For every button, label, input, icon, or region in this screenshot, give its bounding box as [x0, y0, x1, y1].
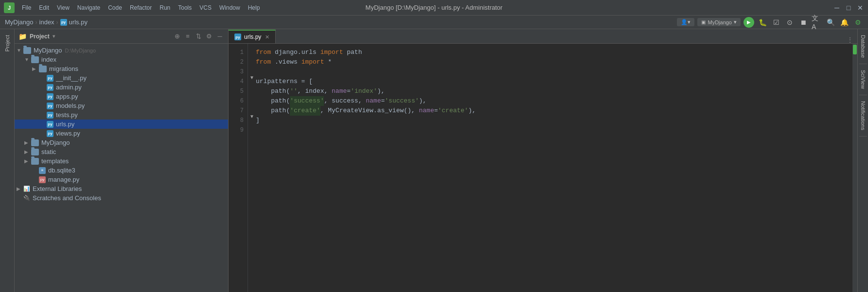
close-button[interactable]: ✕ [856, 4, 864, 12]
tab-file-icon: py [234, 34, 241, 40]
code-line-3 [256, 67, 849, 77]
tree-label: migrations [49, 65, 78, 72]
sidebar: 📁 Project ▾ ⊕ ≡ ⇅ ⚙ ─ ▼ MyDjango D:\MyDj… [15, 29, 229, 292]
folder-icon [31, 56, 39, 63]
profile-button[interactable]: ⊙ [784, 17, 795, 28]
tree-label: External Libraries [33, 185, 82, 192]
tree-item-scratches[interactable]: 🔌 Scratches and Consoles [15, 193, 228, 203]
breadcrumb-folder[interactable]: index [39, 18, 54, 26]
updates-button[interactable]: 🔔 [839, 17, 850, 28]
keyword: from [256, 57, 271, 67]
tree-item-urls-py[interactable]: py urls.py [15, 120, 228, 129]
tab-urls-py[interactable]: py urls.py ✕ [229, 30, 276, 43]
search-button[interactable]: 🔍 [825, 17, 836, 28]
settings-icon[interactable]: ⚙ [205, 32, 213, 41]
toolbar-right: 👤▾ ▣ MyDjango ▾ ▶ 🐛 ☑ ⊙ ⏹ 文A 🔍 🔔 ⚙ [677, 17, 863, 28]
breadcrumb-bar: MyDjango › index › py urls.py 👤▾ ▣ MyDja… [0, 16, 868, 29]
str-highlight: 'create' [290, 106, 320, 116]
tree-item-db-sqlite3[interactable]: ≡ db.sqlite3 [15, 166, 228, 175]
menu-edit[interactable]: Edit [35, 3, 53, 13]
maximize-button[interactable]: □ [845, 4, 852, 12]
code-content[interactable]: from django.urls import path from .views… [256, 44, 852, 292]
py-file-icon: py [47, 121, 53, 128]
collapse-all-button[interactable]: ≡ [183, 32, 192, 41]
py-file-icon: py [47, 130, 53, 137]
tree-arrow: ▶ [24, 140, 31, 145]
menu-vcs[interactable]: VCS [196, 3, 215, 13]
tree-item-manage-py[interactable]: py manage.py [15, 175, 228, 184]
tree-item-static[interactable]: ▶ static [15, 147, 228, 156]
code-line-6: path('success', success, name='success')… [256, 96, 849, 106]
menu-code[interactable]: Code [105, 3, 125, 13]
tree-item-mydjango-sub[interactable]: ▶ MyDjango [15, 138, 228, 147]
settings-button[interactable]: ⚙ [852, 17, 863, 28]
breadcrumb-sep-1: › [35, 19, 37, 26]
locate-file-button[interactable]: ⊕ [173, 32, 181, 41]
tree-label: __init__.py [56, 74, 87, 82]
menu-navigate[interactable]: Navigate [74, 3, 104, 13]
sort-button[interactable]: ⇅ [194, 32, 203, 41]
menu-refactor[interactable]: Refactor [126, 3, 155, 13]
tree-label: urls.py [56, 120, 74, 128]
run-config-selector[interactable]: ▣ MyDjango ▾ [697, 18, 741, 26]
menu-file[interactable]: File [18, 3, 35, 13]
menu-run[interactable]: Run [156, 3, 174, 13]
tree-item-tests-py[interactable]: py tests.py [15, 110, 228, 120]
breadcrumb-filename[interactable]: urls.py [69, 18, 88, 26]
project-panel-label[interactable]: Project [4, 35, 10, 52]
menu-window[interactable]: Window [216, 3, 244, 13]
sciview-panel-label[interactable]: SciView [859, 64, 867, 95]
tree-item-models-py[interactable]: py models.py [15, 101, 228, 110]
tree-arrow: ▶ [24, 158, 31, 164]
tree-item-views-py[interactable]: py views.py [15, 129, 228, 138]
debug-button[interactable]: 🐛 [757, 17, 768, 28]
user-button[interactable]: 👤▾ [677, 18, 694, 26]
tree-item-apps-py[interactable]: py apps.py [15, 92, 228, 101]
tab-options-button[interactable]: ⋮ [843, 36, 857, 43]
tree-item-admin-py[interactable]: py admin.py [15, 83, 228, 92]
tree-item-mydjango-root[interactable]: ▼ MyDjango D:\MyDjango [15, 46, 228, 55]
fold-marker-7 [248, 102, 256, 112]
menu-view[interactable]: View [53, 3, 73, 13]
menu-help[interactable]: Help [245, 3, 264, 13]
tree-item-init-py[interactable]: py __init__.py [15, 73, 228, 83]
tree-arrow: ▶ [17, 186, 23, 191]
tree-item-templates[interactable]: ▶ templates [15, 156, 228, 166]
tree-label: models.py [56, 102, 85, 109]
tree-label: views.py [56, 130, 80, 137]
tab-close-button[interactable]: ✕ [265, 34, 269, 40]
str-highlight: 'success' [290, 96, 324, 106]
line-num-3: 3 [229, 67, 248, 77]
tab-label: urls.py [244, 34, 261, 40]
hide-panel-button[interactable]: ─ [215, 32, 224, 41]
folder-icon [31, 149, 39, 155]
line-numbers: 1 2 3 4 5 6 7 8 9 [229, 44, 248, 292]
tree-item-external-libs[interactable]: ▶ 📊 External Libraries [15, 184, 228, 193]
line-num-2: 2 [229, 57, 248, 67]
coverage-button[interactable]: ☑ [771, 17, 781, 28]
translate-button[interactable]: 文A [812, 17, 822, 28]
minimize-button[interactable]: ─ [833, 4, 841, 12]
fold-marker-3 [248, 63, 256, 73]
tree-path: D:\MyDjango [65, 48, 96, 53]
code-line-8: ] [256, 116, 849, 125]
py-file-icon: py [47, 75, 53, 82]
tree-item-index[interactable]: ▼ index [15, 55, 228, 64]
code-line-2: from .views import * [256, 57, 849, 67]
code-line-7: path('create', MyCreateView.as_view(), n… [256, 106, 849, 116]
stop-button[interactable]: ⏹ [798, 17, 809, 28]
titlebar: J File Edit View Navigate Code Refactor … [0, 0, 868, 16]
window-title: MyDjango [D:\MyDjango] - urls.py - Admin… [366, 4, 503, 11]
notifications-panel-label[interactable]: Notifications [859, 95, 867, 137]
scroll-indicator [852, 44, 857, 292]
database-panel-label[interactable]: Database [859, 29, 867, 64]
run-button[interactable]: ▶ [744, 17, 754, 28]
fold-marker-4[interactable]: ▼ [248, 73, 256, 83]
breadcrumb-project[interactable]: MyDjango [5, 18, 34, 26]
tree-item-migrations[interactable]: ▶ migrations [15, 64, 228, 73]
tree-label: MyDjango [41, 139, 70, 146]
menu-tools[interactable]: Tools [175, 3, 195, 13]
tree-arrow: ▼ [17, 48, 23, 53]
fold-marker-8[interactable]: ▼ [248, 112, 256, 121]
sidebar-actions: ⊕ ≡ ⇅ ⚙ ─ [173, 32, 224, 41]
